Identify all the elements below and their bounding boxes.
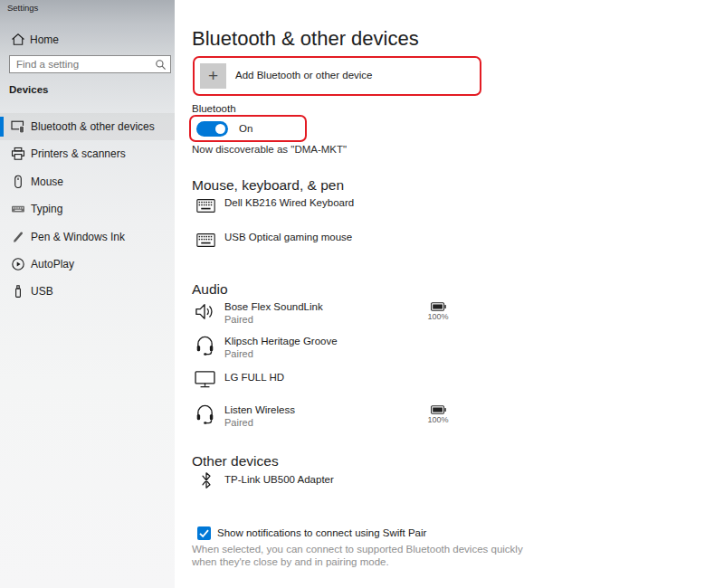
section-title-other: Other devices — [192, 453, 279, 469]
device-row-tplink[interactable]: TP-Link UB500 Adapter — [192, 471, 463, 493]
bluetooth-state-label: On — [239, 123, 252, 134]
sidebar-item-home[interactable]: Home — [0, 30, 175, 52]
add-device-button[interactable]: + Add Bluetooth or other device — [195, 58, 480, 94]
headset-icon — [195, 404, 214, 424]
annotation-box-toggle: On — [189, 115, 307, 142]
mouse-icon — [11, 175, 25, 189]
swift-pair-checkbox[interactable] — [197, 526, 211, 540]
page-title: Bluetooth & other devices — [192, 27, 419, 51]
plus-icon: + — [200, 63, 226, 89]
device-row-usb-mouse[interactable]: USB Optical gaming mouse — [192, 232, 463, 250]
bluetooth-icon — [201, 471, 212, 489]
typing-icon — [11, 202, 25, 216]
discoverable-text: Now discoverable as "DMA-MKT" — [192, 144, 347, 155]
settings-window: Settings Home Devices Bluetooth & other … — [0, 0, 724, 588]
devices-icon — [11, 119, 25, 134]
device-row-klipsch[interactable]: Klipsch Heritage Groove Paired — [192, 336, 463, 363]
monitor-icon — [195, 371, 215, 388]
sidebar-item-pen[interactable]: Pen & Windows Ink — [0, 223, 175, 251]
swift-pair-description-line2: when they're close by and in pairing mod… — [192, 556, 389, 567]
sidebar: Settings Home Devices Bluetooth & other … — [0, 0, 175, 588]
battery-indicator: 100% — [425, 302, 451, 321]
keyboard-icon — [196, 233, 215, 247]
section-title-mouse-keyboard: Mouse, keyboard, & pen — [192, 177, 344, 194]
home-label: Home — [30, 33, 59, 46]
headset-icon — [195, 336, 214, 356]
battery-indicator: 100% — [425, 405, 451, 424]
sidebar-item-usb[interactable]: USB — [0, 278, 175, 305]
battery-percent: 100% — [425, 312, 451, 321]
sidebar-item-bluetooth[interactable]: Bluetooth & other devices — [0, 113, 175, 140]
usb-icon — [11, 284, 25, 299]
checkmark-icon — [197, 526, 211, 540]
sidebar-section-devices: Devices — [9, 84, 48, 95]
battery-percent: 100% — [425, 415, 451, 424]
search-input[interactable] — [10, 56, 170, 72]
device-row-bose[interactable]: Bose Flex SoundLink Paired — [192, 301, 463, 328]
device-row-listen[interactable]: Listen Wireless Paired — [192, 404, 463, 432]
autoplay-icon — [11, 257, 25, 271]
sidebar-nav: Bluetooth & other devices Printers & sca… — [0, 113, 175, 306]
sidebar-item-mouse[interactable]: Mouse — [0, 168, 175, 195]
swift-pair-label[interactable]: Show notifications to connect using Swif… — [217, 527, 426, 538]
battery-icon — [431, 302, 446, 311]
keyboard-icon — [196, 199, 215, 213]
bluetooth-label: Bluetooth — [192, 103, 236, 114]
sidebar-item-printers[interactable]: Printers & scanners — [0, 140, 175, 167]
sidebar-item-typing[interactable]: Typing — [0, 195, 175, 223]
printer-icon — [11, 147, 25, 161]
toggle-knob — [215, 124, 225, 134]
device-row-lg[interactable]: LG FULL HD — [192, 370, 463, 392]
speaker-icon — [195, 301, 215, 322]
search-box — [9, 55, 171, 73]
section-title-audio: Audio — [192, 281, 228, 298]
add-device-label: Add Bluetooth or other device — [235, 70, 373, 81]
device-row-dell-keyboard[interactable]: Dell KB216 Wired Keyboard — [192, 197, 463, 215]
pen-icon — [11, 230, 25, 244]
sidebar-item-autoplay[interactable]: AutoPlay — [0, 251, 175, 278]
annotation-box-add: + Add Bluetooth or other device — [193, 56, 481, 96]
battery-icon — [431, 405, 446, 414]
home-icon — [11, 33, 25, 46]
window-title: Settings — [7, 3, 38, 13]
search-icon — [155, 59, 167, 71]
swift-pair-description-line1: When selected, you can connect to suppor… — [192, 544, 523, 555]
bluetooth-toggle[interactable] — [196, 121, 228, 137]
